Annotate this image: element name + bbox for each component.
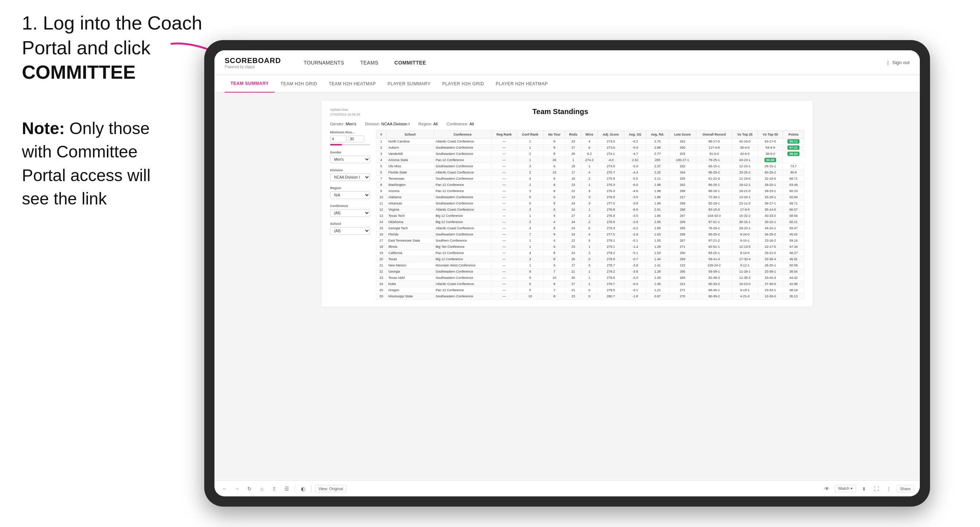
table-cell: 96.54 — [783, 151, 804, 157]
table-row[interactable]: 20TexasBig 12 Conference—38260278.9-0.71… — [376, 256, 804, 262]
table-row[interactable]: 13Texas TechBig 12 Conference—19272276.9… — [376, 213, 804, 219]
table-cell: 278.1 — [597, 238, 624, 244]
table-row[interactable]: 19CaliforniaPac-12 Conference—48242278.2… — [376, 250, 804, 256]
table-row[interactable]: 21New MexicoMountain West Conference—191… — [376, 262, 804, 268]
table-cell: 5 — [376, 163, 387, 170]
filter-gender-select[interactable]: Men's — [330, 156, 370, 163]
data-table-container: # School Conference Reg Rank Conf Rank N… — [376, 130, 804, 300]
toolbar-bookmark-btn[interactable]: ☰ — [282, 484, 291, 493]
table-row[interactable]: 2AuburnSoutheastern Conference—19276273.… — [376, 145, 804, 151]
table-row[interactable]: 1North CarolinaAtlantic Coast Conference… — [376, 138, 804, 145]
table-row[interactable]: 9ArizonaPac-12 Conference—38223276.3-4.6… — [376, 188, 804, 194]
filter-division-select[interactable]: NCAA Division I — [330, 173, 370, 181]
filter-conference-label: Conference — [330, 204, 370, 208]
filter-slider[interactable] — [330, 144, 370, 145]
nav-item-tournaments[interactable]: TOURNAMENTS — [296, 50, 352, 75]
filter-max-input[interactable] — [348, 136, 364, 143]
nav-item-teams[interactable]: TEAMS — [352, 50, 387, 75]
table-cell: 24 — [565, 206, 581, 213]
filters-row: Gender: Men's Division: NCAA Division I … — [330, 122, 804, 126]
table-cell: Illinois — [386, 244, 434, 250]
toolbar-reload-btn[interactable]: ↻ — [245, 484, 254, 493]
table-cell: -6.0 — [624, 206, 646, 213]
table-cell: 1.90 — [646, 200, 669, 206]
table-row[interactable]: 14OklahomaBig 12 Conference—24242276.9-2… — [376, 219, 804, 225]
filter-region-select[interactable]: N/A — [330, 191, 370, 199]
table-cell: 11-38-2 — [732, 275, 757, 281]
table-cell: 59-41-4 — [696, 256, 732, 262]
table-cell: 1 — [581, 281, 597, 287]
toolbar-eye-icon: 👁 — [822, 484, 831, 493]
table-cell: — — [491, 262, 517, 268]
table-cell: 32-19-0 — [757, 176, 783, 182]
table-cell: -1.8 — [624, 294, 646, 300]
conference-filter-label: Conference: All — [446, 122, 474, 126]
table-cell: 266 — [669, 268, 696, 275]
sub-nav-player-h2h-heatmap[interactable]: PLAYER H2H HEATMAP — [490, 75, 554, 92]
table-row[interactable]: 8WashingtonPac-12 Conference—28231276.3-… — [376, 182, 804, 188]
toolbar-more-btn[interactable]: ⋮ — [885, 484, 893, 493]
th-conf-rank: Conf Rank — [517, 131, 544, 138]
toolbar-home-btn[interactable]: ⌂ — [258, 484, 266, 493]
table-row[interactable]: 7TennesseeSoutheastern Conference—461822… — [376, 176, 804, 182]
table-cell: 23-33-1 — [757, 287, 783, 294]
table-row[interactable]: 11ArkansasSoutheastern Conference—682432… — [376, 200, 804, 206]
table-row[interactable]: 22GeorgiaSoutheastern Conference—8721127… — [376, 268, 804, 275]
table-cell: 22 — [565, 238, 581, 244]
table-row[interactable]: 6Florida StateAtlantic Coast Conference—… — [376, 170, 804, 176]
sign-out-button[interactable]: Sign out — [892, 60, 910, 65]
filter-min-input[interactable] — [330, 136, 347, 143]
table-cell: 276.9 — [597, 219, 624, 225]
nav-item-committee[interactable]: COMMITTEE — [386, 50, 434, 75]
view-original-btn[interactable]: View: Original — [315, 485, 347, 492]
toolbar-back-btn[interactable]: ← — [220, 484, 229, 493]
region-filter-label: Region: All — [418, 122, 438, 126]
toolbar-forward-btn[interactable]: → — [233, 484, 242, 493]
table-cell: 15-32-2 — [732, 213, 757, 219]
table-cell: -5.5 — [624, 176, 646, 182]
table-row[interactable]: 3VanderbiltSoutheastern Conference—28266… — [376, 151, 804, 157]
sub-nav-player-h2h-grid[interactable]: PLAYER H2H GRID — [436, 75, 490, 92]
filter-conference-select[interactable]: (All) — [330, 209, 370, 217]
table-row[interactable]: 17East Tennessee StateSouthern Conferenc… — [376, 238, 804, 244]
sub-nav-team-summary[interactable]: TEAM SUMMARY — [225, 75, 275, 92]
table-cell: Tennessee — [386, 176, 434, 182]
table-cell: 2.70 — [646, 138, 669, 145]
table-cell: 9-19-1 — [732, 287, 757, 294]
table-row[interactable]: 24DukeAtlantic Coast Conference—59271278… — [376, 281, 804, 287]
toolbar-clock-btn[interactable]: ◐ — [299, 484, 307, 493]
toolbar-share-btn-small[interactable]: ⇧ — [270, 484, 278, 493]
main-content: Update time: 27/03/2024 16:56:26 Team St… — [215, 92, 920, 480]
table-cell: 26 — [565, 256, 581, 262]
sub-nav-player-summary[interactable]: PLAYER SUMMARY — [382, 75, 437, 92]
table-row[interactable]: 26Mississippi StateSoutheastern Conferen… — [376, 294, 804, 300]
table-cell: 23 — [565, 294, 581, 300]
table-cell: -0.7 — [624, 256, 646, 262]
table-row[interactable]: 12VirginiaAtlantic Coast Conference—3624… — [376, 206, 804, 213]
toolbar-fullscreen-btn[interactable]: ⛶ — [872, 484, 881, 493]
table-row[interactable]: 18IllinoisBig Ten Conference—16231279.1-… — [376, 244, 804, 250]
share-btn[interactable]: Share — [897, 485, 914, 492]
filter-school-select[interactable]: (All) — [330, 227, 370, 235]
sub-nav-team-h2h-heatmap[interactable]: TEAM H2H HEATMAP — [323, 75, 382, 92]
table-row[interactable]: 5Ole MissSoutheastern Conference—3618127… — [376, 163, 804, 170]
table-cell: 15 — [376, 225, 387, 232]
table-row[interactable]: 16FloridaSoutheastern Conference—7924427… — [376, 232, 804, 238]
sub-nav-team-h2h-grid[interactable]: TEAM H2H GRID — [275, 75, 323, 92]
table-row[interactable]: 4Arizona StatePac-12 Conference—1261274.… — [376, 157, 804, 163]
table-row[interactable]: 25OregonPac-12 Conference—57210278.5-3.1… — [376, 287, 804, 294]
table-cell: 6 — [517, 200, 544, 206]
table-cell: -0.4 — [624, 281, 646, 287]
table-cell: 1 — [517, 262, 544, 268]
table-row[interactable]: 23Texas A&MSoutheastern Conference—91030… — [376, 275, 804, 281]
table-row[interactable]: 10AlabamaSoutheastern Conference—5623327… — [376, 194, 804, 200]
table-cell: 1.85 — [646, 225, 669, 232]
table-cell: 42.98 — [783, 281, 804, 287]
table-row[interactable]: 15Georgia TechAtlantic Coast Conference—… — [376, 225, 804, 232]
table-cell: Big 12 Conference — [434, 219, 491, 225]
filter-group-min-rounds: Minimum Rou... — [330, 130, 370, 145]
filter-group-school: School (All) — [330, 222, 370, 235]
table-cell: 278.9 — [597, 256, 624, 262]
watch-btn[interactable]: Watch ▾ — [835, 485, 856, 492]
table-cell: 8 — [543, 256, 565, 262]
